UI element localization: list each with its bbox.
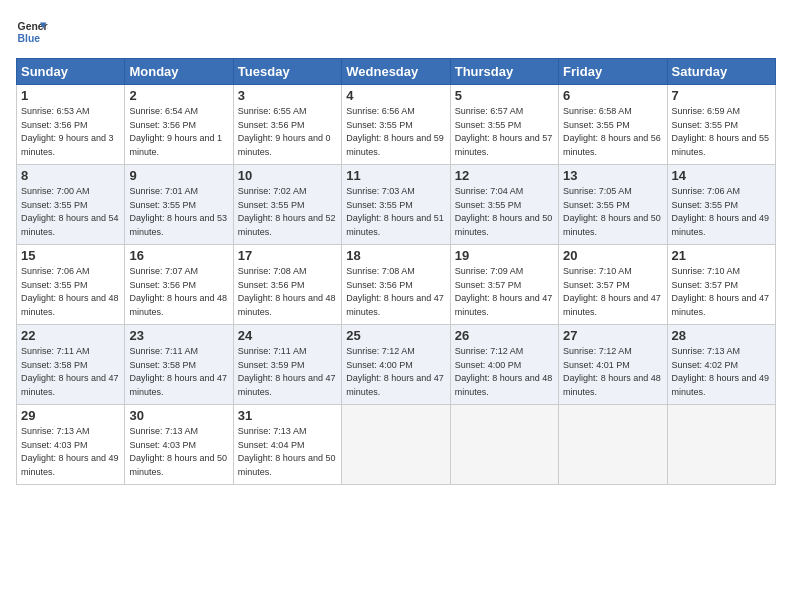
day-number: 31 — [238, 408, 337, 423]
day-info: Sunrise: 7:12 AMSunset: 4:01 PMDaylight:… — [563, 346, 661, 397]
day-number: 13 — [563, 168, 662, 183]
day-cell — [559, 405, 667, 485]
day-cell: 24 Sunrise: 7:11 AMSunset: 3:59 PMDaylig… — [233, 325, 341, 405]
day-info: Sunrise: 7:11 AMSunset: 3:58 PMDaylight:… — [129, 346, 227, 397]
day-number: 17 — [238, 248, 337, 263]
day-cell: 18 Sunrise: 7:08 AMSunset: 3:56 PMDaylig… — [342, 245, 450, 325]
day-info: Sunrise: 6:54 AMSunset: 3:56 PMDaylight:… — [129, 106, 222, 157]
week-row-2: 8 Sunrise: 7:00 AMSunset: 3:55 PMDayligh… — [17, 165, 776, 245]
day-number: 24 — [238, 328, 337, 343]
day-cell — [667, 405, 775, 485]
day-info: Sunrise: 7:07 AMSunset: 3:56 PMDaylight:… — [129, 266, 227, 317]
day-cell: 9 Sunrise: 7:01 AMSunset: 3:55 PMDayligh… — [125, 165, 233, 245]
col-header-wednesday: Wednesday — [342, 59, 450, 85]
day-number: 20 — [563, 248, 662, 263]
day-info: Sunrise: 7:03 AMSunset: 3:55 PMDaylight:… — [346, 186, 444, 237]
day-cell: 21 Sunrise: 7:10 AMSunset: 3:57 PMDaylig… — [667, 245, 775, 325]
day-number: 29 — [21, 408, 120, 423]
day-number: 27 — [563, 328, 662, 343]
day-number: 10 — [238, 168, 337, 183]
day-info: Sunrise: 7:10 AMSunset: 3:57 PMDaylight:… — [563, 266, 661, 317]
day-cell: 17 Sunrise: 7:08 AMSunset: 3:56 PMDaylig… — [233, 245, 341, 325]
day-info: Sunrise: 6:55 AMSunset: 3:56 PMDaylight:… — [238, 106, 331, 157]
day-number: 26 — [455, 328, 554, 343]
day-number: 25 — [346, 328, 445, 343]
col-header-tuesday: Tuesday — [233, 59, 341, 85]
col-header-saturday: Saturday — [667, 59, 775, 85]
day-number: 11 — [346, 168, 445, 183]
day-info: Sunrise: 7:02 AMSunset: 3:55 PMDaylight:… — [238, 186, 336, 237]
day-number: 18 — [346, 248, 445, 263]
day-number: 8 — [21, 168, 120, 183]
day-cell: 5 Sunrise: 6:57 AMSunset: 3:55 PMDayligh… — [450, 85, 558, 165]
day-info: Sunrise: 7:13 AMSunset: 4:04 PMDaylight:… — [238, 426, 336, 477]
day-info: Sunrise: 7:13 AMSunset: 4:03 PMDaylight:… — [129, 426, 227, 477]
day-info: Sunrise: 6:53 AMSunset: 3:56 PMDaylight:… — [21, 106, 114, 157]
week-row-5: 29 Sunrise: 7:13 AMSunset: 4:03 PMDaylig… — [17, 405, 776, 485]
day-cell: 13 Sunrise: 7:05 AMSunset: 3:55 PMDaylig… — [559, 165, 667, 245]
day-cell: 11 Sunrise: 7:03 AMSunset: 3:55 PMDaylig… — [342, 165, 450, 245]
day-cell: 29 Sunrise: 7:13 AMSunset: 4:03 PMDaylig… — [17, 405, 125, 485]
day-info: Sunrise: 7:10 AMSunset: 3:57 PMDaylight:… — [672, 266, 770, 317]
day-cell: 28 Sunrise: 7:13 AMSunset: 4:02 PMDaylig… — [667, 325, 775, 405]
week-row-3: 15 Sunrise: 7:06 AMSunset: 3:55 PMDaylig… — [17, 245, 776, 325]
day-cell: 15 Sunrise: 7:06 AMSunset: 3:55 PMDaylig… — [17, 245, 125, 325]
day-info: Sunrise: 7:04 AMSunset: 3:55 PMDaylight:… — [455, 186, 553, 237]
day-number: 14 — [672, 168, 771, 183]
day-cell: 2 Sunrise: 6:54 AMSunset: 3:56 PMDayligh… — [125, 85, 233, 165]
day-cell: 6 Sunrise: 6:58 AMSunset: 3:55 PMDayligh… — [559, 85, 667, 165]
day-cell: 3 Sunrise: 6:55 AMSunset: 3:56 PMDayligh… — [233, 85, 341, 165]
day-info: Sunrise: 7:01 AMSunset: 3:55 PMDaylight:… — [129, 186, 227, 237]
day-cell — [450, 405, 558, 485]
logo: General Blue — [16, 16, 48, 48]
main-container: General Blue SundayMondayTuesdayWednesda… — [0, 0, 792, 493]
day-info: Sunrise: 6:57 AMSunset: 3:55 PMDaylight:… — [455, 106, 553, 157]
day-cell: 31 Sunrise: 7:13 AMSunset: 4:04 PMDaylig… — [233, 405, 341, 485]
day-number: 19 — [455, 248, 554, 263]
day-cell: 19 Sunrise: 7:09 AMSunset: 3:57 PMDaylig… — [450, 245, 558, 325]
day-number: 7 — [672, 88, 771, 103]
svg-text:Blue: Blue — [18, 33, 41, 44]
day-cell: 23 Sunrise: 7:11 AMSunset: 3:58 PMDaylig… — [125, 325, 233, 405]
logo-icon: General Blue — [16, 16, 48, 48]
day-cell: 30 Sunrise: 7:13 AMSunset: 4:03 PMDaylig… — [125, 405, 233, 485]
day-cell: 10 Sunrise: 7:02 AMSunset: 3:55 PMDaylig… — [233, 165, 341, 245]
day-info: Sunrise: 7:08 AMSunset: 3:56 PMDaylight:… — [346, 266, 444, 317]
day-cell: 27 Sunrise: 7:12 AMSunset: 4:01 PMDaylig… — [559, 325, 667, 405]
day-info: Sunrise: 7:12 AMSunset: 4:00 PMDaylight:… — [346, 346, 444, 397]
day-cell: 16 Sunrise: 7:07 AMSunset: 3:56 PMDaylig… — [125, 245, 233, 325]
col-header-monday: Monday — [125, 59, 233, 85]
day-cell: 4 Sunrise: 6:56 AMSunset: 3:55 PMDayligh… — [342, 85, 450, 165]
day-cell: 1 Sunrise: 6:53 AMSunset: 3:56 PMDayligh… — [17, 85, 125, 165]
day-number: 6 — [563, 88, 662, 103]
day-info: Sunrise: 6:59 AMSunset: 3:55 PMDaylight:… — [672, 106, 770, 157]
day-number: 9 — [129, 168, 228, 183]
day-info: Sunrise: 7:11 AMSunset: 3:58 PMDaylight:… — [21, 346, 119, 397]
day-info: Sunrise: 6:58 AMSunset: 3:55 PMDaylight:… — [563, 106, 661, 157]
day-number: 2 — [129, 88, 228, 103]
week-row-1: 1 Sunrise: 6:53 AMSunset: 3:56 PMDayligh… — [17, 85, 776, 165]
day-number: 4 — [346, 88, 445, 103]
day-info: Sunrise: 7:09 AMSunset: 3:57 PMDaylight:… — [455, 266, 553, 317]
day-number: 23 — [129, 328, 228, 343]
calendar-table: SundayMondayTuesdayWednesdayThursdayFrid… — [16, 58, 776, 485]
week-row-4: 22 Sunrise: 7:11 AMSunset: 3:58 PMDaylig… — [17, 325, 776, 405]
day-number: 12 — [455, 168, 554, 183]
col-header-thursday: Thursday — [450, 59, 558, 85]
day-info: Sunrise: 6:56 AMSunset: 3:55 PMDaylight:… — [346, 106, 444, 157]
col-header-sunday: Sunday — [17, 59, 125, 85]
day-number: 30 — [129, 408, 228, 423]
day-info: Sunrise: 7:13 AMSunset: 4:03 PMDaylight:… — [21, 426, 119, 477]
header: General Blue — [16, 16, 776, 48]
day-cell: 7 Sunrise: 6:59 AMSunset: 3:55 PMDayligh… — [667, 85, 775, 165]
day-cell: 20 Sunrise: 7:10 AMSunset: 3:57 PMDaylig… — [559, 245, 667, 325]
day-info: Sunrise: 7:12 AMSunset: 4:00 PMDaylight:… — [455, 346, 553, 397]
day-cell: 14 Sunrise: 7:06 AMSunset: 3:55 PMDaylig… — [667, 165, 775, 245]
day-number: 3 — [238, 88, 337, 103]
day-cell: 12 Sunrise: 7:04 AMSunset: 3:55 PMDaylig… — [450, 165, 558, 245]
day-number: 5 — [455, 88, 554, 103]
day-info: Sunrise: 7:13 AMSunset: 4:02 PMDaylight:… — [672, 346, 770, 397]
day-number: 21 — [672, 248, 771, 263]
day-info: Sunrise: 7:06 AMSunset: 3:55 PMDaylight:… — [21, 266, 119, 317]
day-info: Sunrise: 7:00 AMSunset: 3:55 PMDaylight:… — [21, 186, 119, 237]
